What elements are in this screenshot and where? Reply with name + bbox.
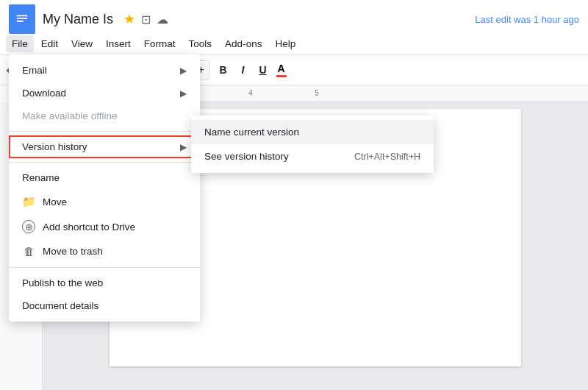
trash-icon: 🗑: [22, 245, 35, 258]
dropdown-email[interactable]: Email ▶: [9, 59, 200, 82]
folder-icon[interactable]: ⊡: [141, 13, 151, 26]
version-submenu: Name current version See version history…: [191, 116, 434, 173]
font-color-button[interactable]: A: [276, 63, 287, 77]
rename-label: Rename: [22, 172, 60, 183]
dropdown-add-shortcut[interactable]: ⊕ Add shortcut to Drive: [9, 214, 200, 239]
bold-button[interactable]: B: [214, 61, 232, 79]
download-arrow: ▶: [180, 88, 187, 99]
publish-label: Publish to the web: [22, 277, 103, 288]
menu-format[interactable]: Format: [138, 35, 182, 52]
file-dropdown: Email ▶ Download ▶ Make available offlin…: [9, 54, 200, 322]
dropdown-version-history[interactable]: Version history ▶: [9, 135, 200, 158]
divider-2: [9, 162, 200, 163]
shortcut-icon: ⊕: [22, 220, 35, 233]
menu-addons[interactable]: Add-ons: [219, 35, 268, 52]
divider-1: [9, 131, 200, 132]
last-edit-link[interactable]: Last edit was 1 hour ago: [475, 14, 579, 25]
submenu-name-current[interactable]: Name current version: [191, 120, 434, 144]
make-offline-label: Make available offline: [22, 110, 118, 121]
move-label: Move: [43, 196, 67, 208]
trash-label: Move to trash: [43, 246, 103, 257]
version-history-label: Version history: [22, 141, 87, 152]
dropdown-trash[interactable]: 🗑 Move to trash: [9, 239, 200, 263]
underline-button[interactable]: U: [254, 61, 271, 79]
see-history-shortcut: Ctrl+Alt+Shift+H: [354, 152, 420, 162]
title-icons: ★ ⊡ ☁: [123, 11, 168, 27]
version-history-arrow: ▶: [180, 142, 187, 152]
download-label: Download: [22, 88, 66, 99]
dropdown-rename[interactable]: Rename: [9, 166, 200, 189]
shortcut-label: Add shortcut to Drive: [43, 221, 135, 233]
submenu-see-history[interactable]: See version history Ctrl+Alt+Shift+H: [191, 144, 434, 169]
svg-rect-2: [17, 18, 28, 19]
see-history-label: See version history: [204, 151, 289, 162]
star-icon[interactable]: ★: [123, 11, 135, 27]
dropdown-doc-details[interactable]: Document details: [9, 294, 200, 317]
title-bar: My Name Is ★ ⊡ ☁ Last edit was 1 hour ag…: [0, 0, 588, 32]
menu-insert[interactable]: Insert: [100, 35, 137, 52]
italic-button[interactable]: I: [237, 61, 250, 79]
email-label: Email: [22, 65, 47, 76]
menu-edit[interactable]: Edit: [35, 35, 64, 52]
name-current-label: Name current version: [204, 127, 299, 138]
ruler-mark-5: 5: [313, 89, 320, 97]
menu-tools[interactable]: Tools: [183, 35, 218, 52]
dropdown-download[interactable]: Download ▶: [9, 82, 200, 104]
doc-icon: [9, 4, 35, 34]
menu-bar: File Edit View Insert Format Tools Add-o…: [0, 32, 588, 54]
dropdown-publish[interactable]: Publish to the web: [9, 272, 200, 294]
cloud-icon[interactable]: ☁: [157, 13, 168, 26]
menu-file[interactable]: File: [6, 35, 34, 52]
doc-details-label: Document details: [22, 300, 98, 311]
dropdown-make-offline[interactable]: Make available offline: [9, 104, 200, 127]
menu-help[interactable]: Help: [269, 35, 301, 52]
email-arrow: ▶: [180, 65, 187, 76]
dropdown-move[interactable]: 📁 Move: [9, 189, 200, 214]
svg-rect-1: [17, 15, 28, 17]
ruler-mark-4: 4: [247, 89, 254, 97]
move-icon: 📁: [22, 195, 35, 208]
svg-rect-3: [17, 21, 24, 22]
doc-title: My Name Is: [43, 12, 113, 27]
menu-view[interactable]: View: [65, 35, 98, 52]
divider-3: [9, 267, 200, 268]
